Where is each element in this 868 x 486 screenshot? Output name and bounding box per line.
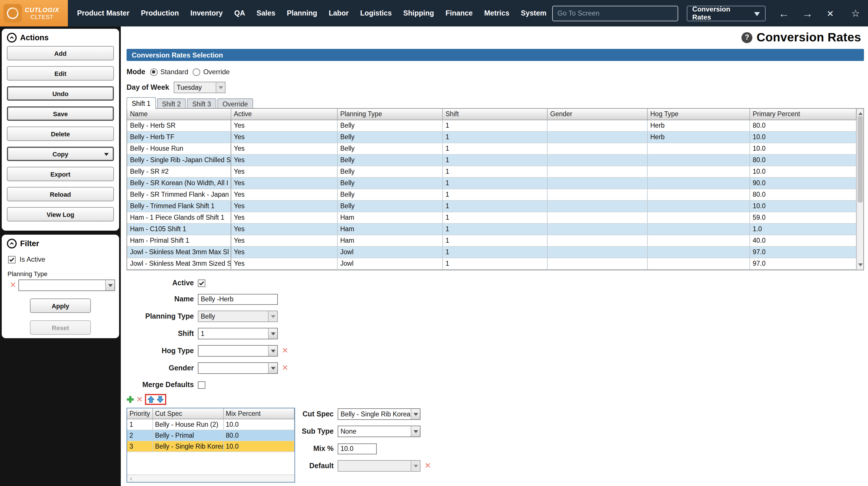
table-row[interactable]: Belly - House RunYesBelly110.0 — [127, 143, 856, 154]
column-header-hog-type[interactable]: Hog Type — [647, 109, 749, 120]
menu-item-metrics[interactable]: Metrics — [478, 0, 516, 26]
is-active-checkbox[interactable] — [8, 256, 16, 263]
table-row[interactable]: Belly - Herb SRYesBelly1Herb80.0 — [127, 120, 856, 131]
horizontal-scroll-hint[interactable]: ‹ — [127, 475, 294, 482]
day-of-week-select[interactable]: Tuesday — [174, 82, 225, 93]
column-header-shift[interactable]: Shift — [442, 109, 547, 120]
collapse-panel-icon[interactable] — [7, 239, 17, 248]
tab-shift-3[interactable]: Shift 3 — [187, 98, 216, 109]
column-header-active[interactable]: Active — [231, 109, 337, 120]
cut-spec-row[interactable]: 1Belly - House Run (2)10.0 — [127, 419, 294, 430]
column-header-priority[interactable]: Priority — [127, 408, 152, 419]
table-row[interactable]: Belly - SR Korean (No Width, All IYesBel… — [127, 177, 856, 189]
view-log-button[interactable]: View Log — [7, 207, 114, 221]
table-cell: Belly — [337, 143, 442, 154]
reload-button[interactable]: Reload — [7, 187, 114, 201]
menu-item-labor[interactable]: Labor — [323, 0, 354, 26]
undo-button[interactable]: Undo — [7, 86, 114, 101]
tab-shift-1[interactable]: Shift 1 — [127, 97, 156, 109]
back-icon[interactable]: ← — [778, 8, 789, 19]
app-logo[interactable]: CUTLOGIX CLTEST — [0, 0, 68, 26]
planning-type-select[interactable]: Belly — [198, 311, 278, 322]
move-down-icon[interactable] — [157, 396, 164, 403]
active-checkbox[interactable] — [198, 279, 205, 287]
table-cell: Belly - SR Korean (No Width, All I — [127, 177, 231, 189]
save-button[interactable]: Save — [7, 107, 114, 121]
clear-hog-type-icon[interactable]: ✕ — [282, 347, 288, 355]
name-input[interactable] — [198, 294, 278, 305]
scroll-down-icon[interactable] — [858, 264, 863, 269]
table-row[interactable]: Belly - Herb TFYesBelly1Herb10.0 — [127, 131, 856, 143]
edit-button[interactable]: Edit — [7, 66, 114, 81]
go-to-screen-input[interactable] — [552, 5, 678, 21]
scrollbar-thumb[interactable] — [858, 116, 863, 203]
filter-planning-type-select[interactable] — [19, 279, 115, 291]
column-header-gender[interactable]: Gender — [547, 109, 647, 120]
menu-item-sales[interactable]: Sales — [251, 0, 281, 26]
table-row[interactable]: Ham - Primal Shift 1YesHam140.0 — [127, 235, 856, 246]
reset-button[interactable]: Reset — [30, 321, 91, 335]
cut-spec-select[interactable]: Belly - Single Rib Korea — [338, 408, 421, 420]
table-row[interactable]: Belly - SR Trimmed Flank - JapanYesBelly… — [127, 189, 856, 200]
table-cell: 1 — [442, 189, 547, 200]
forward-icon[interactable]: → — [802, 8, 813, 19]
cut-spec-grid: PriorityCut SpecMix Percent 1Belly - Hou… — [127, 408, 295, 483]
mode-radio-override[interactable]: Override — [193, 68, 230, 76]
menu-item-product-master[interactable]: Product Master — [71, 0, 135, 26]
move-buttons-highlight-box — [145, 394, 166, 405]
sub-type-select[interactable]: None — [338, 426, 421, 437]
menu-item-logistics[interactable]: Logistics — [354, 0, 398, 26]
gender-select[interactable] — [198, 362, 278, 374]
clear-gender-icon[interactable]: ✕ — [282, 364, 288, 372]
mix-percent-input[interactable] — [338, 443, 377, 454]
tab-override[interactable]: Override — [217, 98, 253, 109]
menu-item-planning[interactable]: Planning — [281, 0, 323, 26]
merge-defaults-checkbox[interactable] — [198, 381, 205, 389]
table-row[interactable]: Ham - 1 Piece Glands off Shift 1YesHam15… — [127, 212, 856, 223]
table-row[interactable]: Belly - Trimmed Flank Shift 1YesBelly110… — [127, 200, 856, 212]
export-button[interactable]: Export — [7, 167, 114, 181]
grid-vertical-scrollbar[interactable] — [857, 109, 863, 270]
delete-row-icon[interactable]: ✕ — [136, 396, 143, 403]
shift-select[interactable]: 1 — [198, 328, 278, 339]
add-row-icon[interactable] — [127, 396, 134, 403]
menu-item-production[interactable]: Production — [135, 0, 185, 26]
table-row[interactable]: Jowl - Skinless Meat 3mm Sized SYesJowl1… — [127, 258, 856, 269]
column-header-planning-type[interactable]: Planning Type — [337, 109, 442, 120]
menu-item-system[interactable]: System — [515, 0, 552, 26]
clear-default-icon[interactable]: ✕ — [425, 462, 431, 470]
table-row[interactable]: Jowl - Skinless Meat 5mm Max SlYesJowl19… — [127, 269, 856, 270]
favorite-star-icon[interactable]: ☆ — [851, 8, 860, 18]
menu-item-inventory[interactable]: Inventory — [185, 0, 229, 26]
table-row[interactable]: Ham - C105 Shift 1YesHam11.0 — [127, 223, 856, 235]
apply-button[interactable]: Apply — [30, 299, 91, 313]
table-cell: 10.0 — [749, 200, 856, 212]
collapse-panel-icon[interactable] — [7, 33, 17, 42]
menu-item-shipping[interactable]: Shipping — [398, 0, 440, 26]
menu-item-finance[interactable]: Finance — [440, 0, 478, 26]
add-button[interactable]: Add — [7, 46, 114, 60]
scroll-left-icon[interactable]: ‹ — [130, 475, 132, 482]
clear-filter-icon[interactable]: ✕ — [10, 281, 17, 289]
screen-selector-dropdown[interactable]: Conversion Rates — [686, 5, 766, 21]
help-icon[interactable]: ? — [741, 32, 752, 43]
tab-shift-2[interactable]: Shift 2 — [157, 98, 186, 109]
cut-spec-row[interactable]: 3Belly - Single Rib Korea10.0 — [127, 441, 294, 452]
menu-item-qa[interactable]: QA — [228, 0, 251, 26]
default-select[interactable] — [338, 460, 421, 472]
table-row[interactable]: Jowl - Skinless Meat 3mm Max SlYesJowl19… — [127, 246, 856, 258]
close-icon[interactable]: ✕ — [827, 9, 834, 18]
copy-button[interactable]: Copy — [7, 147, 114, 161]
scroll-up-icon[interactable] — [858, 110, 863, 115]
column-header-name[interactable]: Name — [127, 109, 231, 120]
move-up-icon[interactable] — [148, 396, 155, 403]
column-header-cut-spec[interactable]: Cut Spec — [152, 408, 223, 419]
table-row[interactable]: Belly - Single Rib -Japan Chilled SYesBe… — [127, 154, 856, 165]
table-row[interactable]: Belly - SR #2YesBelly110.0 — [127, 165, 856, 177]
delete-button[interactable]: Delete — [7, 126, 114, 141]
hog-type-select[interactable] — [198, 345, 278, 357]
cut-spec-row[interactable]: 2Belly - Primal80.0 — [127, 430, 294, 441]
table-cell — [547, 131, 647, 143]
column-header-primary-percent[interactable]: Primary Percent — [749, 109, 856, 120]
mode-radio-standard[interactable]: Standard — [150, 68, 188, 76]
